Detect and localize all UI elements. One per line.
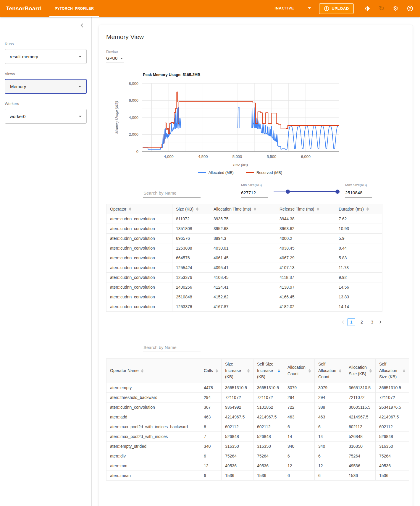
collapse-sidebar-icon[interactable] (80, 23, 84, 28)
x-tick-label: 5,000 (232, 154, 242, 159)
page-title: Memory View (106, 33, 406, 41)
table-row[interactable]: aten::cudnn_convolution12538884030.01403… (106, 243, 382, 253)
search-input[interactable] (143, 189, 201, 198)
table-cell: 6 (315, 422, 345, 432)
table-row[interactable]: aten::cudnn_convolution12533764108.45411… (106, 273, 382, 282)
table-cell: 316350 (253, 442, 284, 451)
table-cell: 6 (284, 422, 315, 432)
table-row[interactable]: aten::mean6153615366615361536 (106, 471, 409, 481)
table-cell: 4214967.5 (376, 412, 409, 422)
column-header[interactable]: Calls (200, 359, 222, 383)
table-cell: aten::mm (106, 461, 200, 471)
sort-carets-icon[interactable] (366, 207, 369, 211)
table-row[interactable]: aten::add4634214967.54214967.54634634214… (106, 412, 409, 422)
table-cell: 340 (315, 442, 345, 451)
column-header[interactable]: Allocation Time (ms) (210, 204, 276, 214)
stats-search-input[interactable] (143, 343, 201, 352)
reload-button[interactable]: ↻ (378, 5, 385, 12)
table-cell: 388 (315, 402, 345, 412)
workers-select-value: worker0 (10, 114, 25, 119)
column-header[interactable]: Self Size Increase (KB) (253, 359, 284, 383)
sort-carets-icon[interactable] (247, 369, 250, 373)
workers-select[interactable]: worker0 (5, 109, 87, 124)
table-cell: aten::mean (106, 471, 200, 481)
column-header-label: Allocation Time (ms) (214, 207, 251, 211)
max-size-input[interactable] (345, 190, 372, 198)
column-header[interactable]: Self Allocation Size (KB) (376, 359, 409, 383)
column-header[interactable]: Operator (106, 204, 172, 214)
pagination-next[interactable] (379, 320, 382, 324)
min-size-input[interactable] (241, 190, 268, 198)
table-cell: 1253888 (172, 243, 210, 253)
sort-carets-icon[interactable] (196, 207, 198, 211)
table-row[interactable]: aten::div67526475264667526475264 (106, 451, 409, 461)
help-button[interactable]: ? (407, 5, 413, 12)
table-row[interactable]: aten::empty_strided340316350316350340340… (106, 442, 409, 451)
table-row[interactable]: aten::cudnn_convolution13518083952.68396… (106, 224, 382, 234)
views-label: Views (5, 72, 87, 76)
table-cell: 463 (284, 412, 315, 422)
status-dropdown[interactable]: INACTIVE (274, 4, 311, 13)
table-cell: aten::cudnn_convolution (106, 402, 200, 412)
table-cell: aten::cudnn_convolution (106, 273, 172, 282)
sort-carets-icon[interactable] (141, 369, 143, 373)
column-header[interactable]: Operator Name (106, 359, 200, 383)
table-cell: 14 (284, 432, 315, 442)
table-row[interactable]: aten::cudnn_convolution12533764167.87418… (106, 302, 382, 312)
sort-carets-icon[interactable] (339, 369, 341, 373)
views-select[interactable]: Memory (5, 79, 87, 94)
column-header[interactable]: Self Allocation Count (315, 359, 345, 383)
settings-button[interactable]: ⚙ (392, 5, 399, 12)
table-cell: 1351808 (172, 224, 210, 234)
tab-pytorch-profiler[interactable]: PYTORCH_PROFILER (49, 0, 99, 17)
column-header-label: Operator Name (110, 368, 138, 374)
slider-handle-max[interactable] (335, 190, 340, 194)
device-select[interactable]: GPU0 (106, 55, 124, 62)
pagination-page-3[interactable]: 3 (368, 318, 376, 326)
sort-carets-icon[interactable] (308, 369, 311, 373)
table-cell: 6 (315, 471, 345, 481)
sort-carets-icon[interactable] (216, 369, 218, 373)
pagination-page-2[interactable]: 2 (358, 318, 366, 326)
sort-carets-icon[interactable] (254, 207, 256, 211)
sort-carets-icon[interactable] (278, 369, 280, 373)
table-cell: 4038.45 (276, 243, 335, 253)
runs-select[interactable]: result-memory (5, 49, 87, 64)
sort-carets-icon[interactable] (403, 369, 405, 373)
dark-mode-toggle[interactable] (364, 5, 371, 12)
upload-button[interactable]: UPLOAD (319, 3, 354, 14)
table-row[interactable]: aten::cudnn_convolution12554244095.41410… (106, 263, 382, 273)
column-header[interactable]: Allocation Count (284, 359, 315, 383)
table-cell: 294 (315, 393, 345, 402)
table-cell: 7211072 (345, 393, 376, 402)
column-header[interactable]: Allocation Size (KB) (345, 359, 376, 383)
table-row[interactable]: aten::cudnn_convolution24002564124.41413… (106, 282, 382, 292)
chart-plot-area: 02,0004,0006,0008,0004,0004,5005,0005,50… (112, 80, 406, 162)
column-header[interactable]: Duration (ms) (335, 204, 382, 214)
table-cell: 2400256 (172, 282, 210, 292)
table-row[interactable]: aten::max_pool2d_with_indices_backward66… (106, 422, 409, 432)
table-row[interactable]: aten::cudnn_convolution6645764061.454067… (106, 253, 382, 263)
table-row[interactable]: aten::threshold_backward2947211072721107… (106, 393, 409, 402)
sort-carets-icon[interactable] (369, 369, 372, 373)
x-tick-label: 4,500 (198, 154, 208, 159)
table-row[interactable]: aten::cudnn_convolution8110723936.753944… (106, 214, 382, 224)
table-cell: 26341976.5 (376, 402, 409, 412)
pagination: 123 (106, 318, 382, 326)
sort-carets-icon[interactable] (129, 207, 131, 211)
size-range-slider[interactable] (274, 190, 339, 194)
column-header[interactable]: Release Time (ms) (276, 204, 335, 214)
column-header[interactable]: Size Increase (KB) (222, 359, 253, 383)
table-cell: 75264 (222, 451, 253, 461)
column-header[interactable]: Size (KB) (172, 204, 210, 214)
table-row[interactable]: aten::mm12495364953612124953649536 (106, 461, 409, 471)
slider-handle-min[interactable] (286, 190, 290, 194)
table-row[interactable]: aten::cudnn_convolution25108484152.62416… (106, 292, 382, 302)
sort-carets-icon[interactable] (317, 207, 319, 211)
pagination-prev[interactable] (341, 320, 345, 324)
pagination-page-1[interactable]: 1 (348, 318, 355, 326)
table-row[interactable]: aten::empty447836651310.536651310.530793… (106, 383, 409, 393)
table-row[interactable]: aten::cudnn_convolution36793649925101852… (106, 402, 409, 412)
table-row[interactable]: aten::cudnn_convolution6965763994.34000.… (106, 234, 382, 243)
table-row[interactable]: aten::max_pool2d_with_indices75268485268… (106, 432, 409, 442)
